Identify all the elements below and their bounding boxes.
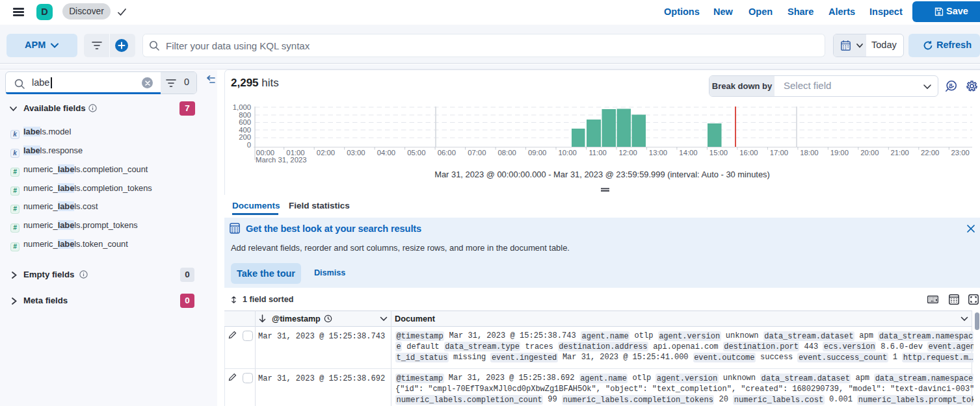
svg-text:02:00: 02:00 <box>317 149 335 157</box>
svg-text:21:00: 21:00 <box>891 149 909 157</box>
svg-text:19:00: 19:00 <box>830 149 849 157</box>
svg-text:10:00: 10:00 <box>559 149 577 157</box>
svg-text:17:00: 17:00 <box>770 149 788 157</box>
svg-text:08:00: 08:00 <box>498 149 516 157</box>
svg-text:600: 600 <box>239 118 251 126</box>
svg-text:05:00: 05:00 <box>407 149 425 157</box>
svg-text:03:00: 03:00 <box>347 149 365 157</box>
svg-text:18:00: 18:00 <box>800 149 818 157</box>
svg-text:20:00: 20:00 <box>860 149 879 157</box>
svg-text:07:00: 07:00 <box>468 149 486 157</box>
svg-text:12:00: 12:00 <box>618 149 637 157</box>
svg-text:800: 800 <box>239 111 251 119</box>
svg-text:0: 0 <box>247 141 251 149</box>
svg-text:22:00: 22:00 <box>921 149 939 157</box>
svg-text:11:00: 11:00 <box>589 149 606 157</box>
svg-text:March 31, 2023: March 31, 2023 <box>256 156 307 164</box>
svg-text:13:00: 13:00 <box>649 149 667 157</box>
svg-text:400: 400 <box>239 126 251 134</box>
svg-text:06:00: 06:00 <box>438 149 456 157</box>
svg-text:04:00: 04:00 <box>377 149 395 157</box>
svg-text:09:00: 09:00 <box>528 149 546 157</box>
svg-text:23:00: 23:00 <box>951 149 970 157</box>
svg-text:16:00: 16:00 <box>739 149 758 157</box>
svg-text:15:00: 15:00 <box>709 149 728 157</box>
svg-text:1,000: 1,000 <box>233 103 251 111</box>
svg-text:200: 200 <box>239 133 251 141</box>
svg-text:14:00: 14:00 <box>679 149 697 157</box>
